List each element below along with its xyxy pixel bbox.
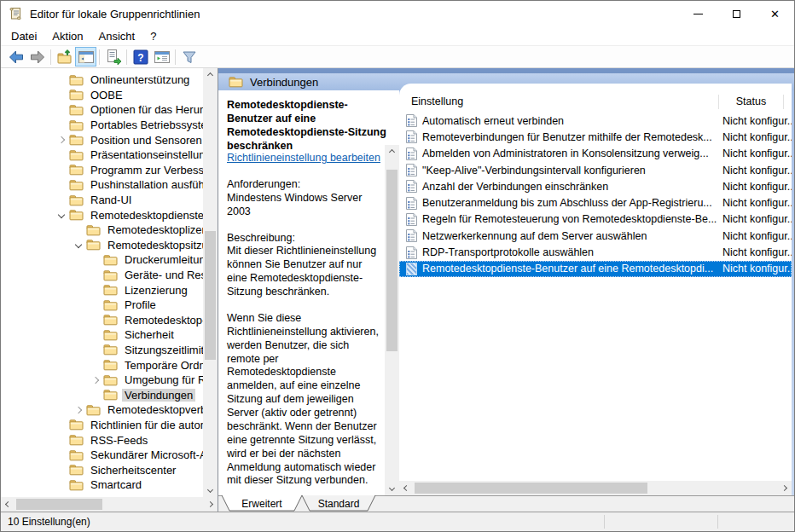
settings-list-row[interactable]: RDP-Transportprotokolle auswählenNicht k… bbox=[399, 244, 792, 260]
tree-item[interactable]: Verbindungen bbox=[1, 387, 203, 402]
tree-item[interactable]: Präsentationseinstellunge bbox=[1, 147, 203, 163]
menu-aktion[interactable]: Aktion bbox=[44, 28, 90, 44]
setting-name: Abmelden von Administratoren in Konsolen… bbox=[422, 147, 722, 159]
tree-item[interactable]: Rand-UI bbox=[1, 193, 203, 208]
settings-list-row[interactable]: Automatisch erneut verbindenNicht konfig… bbox=[399, 113, 792, 129]
setting-name: Anzahl der Verbindungen einschränken bbox=[422, 181, 722, 193]
scroll-up-button[interactable] bbox=[385, 145, 399, 159]
column-divider[interactable] bbox=[783, 95, 784, 109]
tree-item-label: Programm zur Verbesseru bbox=[88, 164, 203, 176]
tree-item[interactable]: Remotedesktopdienste bbox=[1, 207, 203, 223]
up-one-level-button[interactable] bbox=[54, 47, 75, 66]
forward-button[interactable] bbox=[26, 47, 48, 66]
show-console-tree-button[interactable] bbox=[75, 47, 96, 66]
setting-status: Nicht konfigur... bbox=[722, 197, 792, 209]
policy-setting-icon bbox=[406, 147, 417, 160]
menu-ansicht[interactable]: Ansicht bbox=[91, 28, 143, 44]
chevron-right-icon[interactable] bbox=[54, 133, 69, 147]
folder-icon bbox=[103, 374, 118, 386]
tree-item[interactable]: Pushinstallation ausführe bbox=[1, 177, 203, 193]
tree-item[interactable]: Druckerumleitung bbox=[1, 252, 203, 268]
scroll-thumb[interactable] bbox=[205, 231, 216, 360]
settings-list-row[interactable]: Regeln für Remotesteuerung von Remotedes… bbox=[399, 211, 792, 228]
tree-item[interactable]: Remotedesktoplizenzi bbox=[1, 223, 203, 238]
tree-item[interactable]: Smartcard bbox=[1, 477, 203, 493]
tab-standard-label[interactable]: Standard bbox=[318, 498, 360, 510]
tree-item[interactable]: Sekundärer Microsoft-Au bbox=[1, 448, 203, 463]
chevron-placeholder bbox=[88, 358, 103, 373]
scroll-up-button[interactable] bbox=[203, 68, 218, 83]
tree-item[interactable]: Onlineunterstützung bbox=[1, 72, 203, 88]
chevron-down-icon[interactable] bbox=[54, 208, 69, 223]
tree-item[interactable]: Umgebung für Re bbox=[1, 373, 203, 388]
tree-item[interactable]: Remotedesktop-V bbox=[1, 313, 203, 328]
chevron-down-icon[interactable] bbox=[71, 238, 86, 252]
scroll-thumb[interactable] bbox=[386, 170, 398, 352]
tree-item[interactable]: Position und Sensoren bbox=[1, 132, 203, 147]
tree-item[interactable]: OOBE bbox=[1, 88, 203, 103]
list-horizontal-scrollbar[interactable] bbox=[399, 481, 792, 495]
tab-erweitert-label[interactable]: Erweitert bbox=[241, 498, 282, 510]
scroll-thumb[interactable] bbox=[16, 499, 102, 510]
scroll-track[interactable] bbox=[414, 481, 777, 495]
tree-item[interactable]: Programm zur Verbesseru bbox=[1, 163, 203, 178]
description-vertical-scrollbar[interactable] bbox=[385, 145, 399, 495]
settings-list-row[interactable]: Remoteverbindungen für Benutzer mithilfe… bbox=[399, 129, 792, 145]
filter-button[interactable] bbox=[178, 47, 200, 66]
show-extended-view-button[interactable] bbox=[151, 47, 172, 66]
tree-item[interactable]: Sitzungszeitlimits bbox=[1, 343, 203, 358]
tree-item[interactable]: Sicherheitscenter bbox=[1, 462, 203, 477]
tree-vertical-scrollbar[interactable] bbox=[203, 68, 218, 497]
scroll-right-button[interactable] bbox=[203, 497, 218, 512]
edit-policy-link[interactable]: Richtlinieneinstellung bearbeiten bbox=[227, 152, 380, 164]
tree-horizontal-scrollbar[interactable] bbox=[1, 497, 218, 512]
settings-list-row[interactable]: Anzahl der Verbindungen einschränkenNich… bbox=[399, 178, 792, 194]
tree-item[interactable]: Temporäre Ordner bbox=[1, 357, 203, 373]
tree-item[interactable]: Profile bbox=[1, 298, 203, 313]
settings-list-row[interactable]: Remotedesktopdienste-Benutzer auf eine R… bbox=[399, 261, 792, 277]
tree-item-label: Remotedesktopdienste bbox=[88, 209, 203, 222]
scroll-down-button[interactable] bbox=[203, 483, 218, 497]
scroll-left-button[interactable] bbox=[399, 481, 414, 495]
settings-list-row[interactable]: Benutzeranmeldung bis zum Abschluss der … bbox=[399, 194, 792, 211]
folder-icon bbox=[69, 134, 84, 146]
chevron-right-icon[interactable] bbox=[71, 402, 86, 417]
setting-status: Nicht konfigur... bbox=[722, 263, 792, 275]
tree-item[interactable]: Lizenzierung bbox=[1, 282, 203, 298]
scroll-thumb[interactable] bbox=[415, 483, 647, 494]
scroll-left-button[interactable] bbox=[1, 497, 15, 512]
chevron-right-icon[interactable] bbox=[88, 373, 103, 387]
list-body: Automatisch erneut verbindenNicht konfig… bbox=[399, 113, 792, 277]
tree-item[interactable]: Remotedesktopsitzun bbox=[1, 238, 203, 253]
scroll-track[interactable] bbox=[15, 497, 203, 512]
description-paragraph: Wenn Sie diese Richtlinieneinstellung ak… bbox=[227, 312, 381, 488]
tree-item-label: Portables Betriebssystem bbox=[88, 119, 203, 131]
menu-datei[interactable]: Datei bbox=[3, 28, 44, 44]
tree-item[interactable]: Geräte- und Resso bbox=[1, 268, 203, 283]
column-header-status[interactable]: Status bbox=[719, 95, 783, 107]
folder-icon bbox=[69, 179, 84, 191]
tree-item[interactable]: Optionen für das Herunte bbox=[1, 102, 203, 118]
folder-icon bbox=[103, 359, 118, 371]
scroll-down-button[interactable] bbox=[385, 481, 399, 495]
tree-item[interactable]: Portables Betriebssystem bbox=[1, 118, 203, 133]
settings-list-row[interactable]: Abmelden von Administratoren in Konsolen… bbox=[399, 146, 792, 162]
export-list-button[interactable] bbox=[102, 47, 124, 66]
minimize-button[interactable] bbox=[679, 1, 717, 26]
maximize-button[interactable] bbox=[717, 1, 756, 26]
settings-list-row[interactable]: "Keep-Alive"-Verbindungsintervall konfig… bbox=[399, 162, 792, 178]
tree-item[interactable]: RSS-Feeds bbox=[1, 432, 203, 448]
scroll-right-button[interactable] bbox=[777, 481, 792, 495]
tree-item[interactable]: Remotedesktopverbin bbox=[1, 402, 203, 418]
title-bar[interactable]: Editor für lokale Gruppenrichtlinien ✕ bbox=[1, 1, 794, 26]
column-header-einstellung[interactable]: Einstellung bbox=[399, 95, 718, 107]
tree-item[interactable]: Richtlinien für die automa bbox=[1, 418, 203, 433]
back-button[interactable] bbox=[5, 47, 26, 66]
menu-hilfe[interactable]: ? bbox=[142, 28, 164, 44]
tree-item[interactable]: Sicherheit bbox=[1, 327, 203, 343]
setting-name: Remoteverbindungen für Benutzer mithilfe… bbox=[422, 131, 722, 143]
close-button[interactable]: ✕ bbox=[756, 1, 794, 26]
help-button[interactable]: ? bbox=[130, 47, 151, 66]
settings-list-row[interactable]: Netzwerkerkennung auf dem Server auswähl… bbox=[399, 228, 792, 244]
folder-icon bbox=[86, 404, 101, 416]
